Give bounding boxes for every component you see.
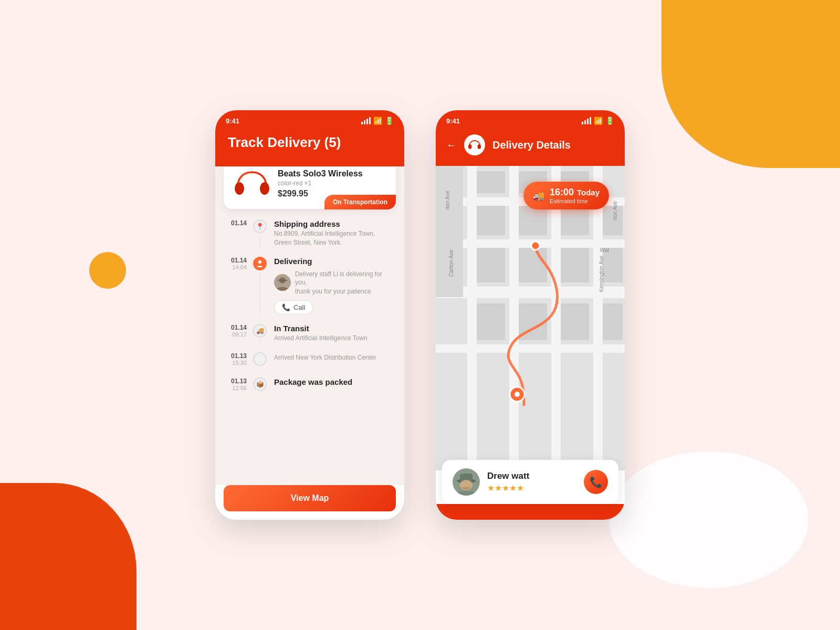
truck-dot-icon: 🚚 <box>253 324 267 338</box>
signal-icon-1 <box>361 117 371 124</box>
product-info: Beats Solo3 Wireless color-red ×1 $299.9… <box>271 169 387 198</box>
signal-icon-2 <box>582 117 591 124</box>
phones-container: 9:41 📶 🔋 Track Delivery (5) <box>215 110 625 520</box>
timeline-icon-col-3: 🚚 <box>252 324 268 343</box>
eta-time: 16:00 <box>550 187 574 198</box>
svg-point-2 <box>235 182 244 195</box>
eta-day: Today <box>577 188 600 197</box>
driver-avatar <box>453 468 480 496</box>
bg-blob-right <box>662 0 840 168</box>
on-transport-badge: On Transportation <box>324 195 396 209</box>
bg-blob-yellow-left <box>89 252 126 289</box>
phone2-title: Delivery Details <box>492 139 571 151</box>
timeline-date-5: 01.13 12:56 <box>226 377 252 391</box>
timeline-icon-col-4 <box>252 352 268 368</box>
status-icons-2: 📶 🔋 <box>582 117 614 125</box>
timeline-item-5: 01.13 12:56 📦 Package was packed <box>226 377 394 391</box>
call-button[interactable]: 📞 Call <box>274 300 313 314</box>
phone-circle-icon: 📞 <box>590 476 603 488</box>
product-variant: color-red ×1 <box>278 180 387 187</box>
eta-badge: 🚚 16:00 Today Estimated time <box>523 182 609 209</box>
timeline-item-3: 01.14 09:17 🚚 In Transit Arrived Artific… <box>226 324 394 343</box>
delivery-route <box>436 166 625 470</box>
timeline-icon-col-2 <box>252 257 268 314</box>
phone1-body: Beats Solo3 Wireless color-red ×1 $299.9… <box>215 166 404 485</box>
timeline-date-4: 01.13 15:30 <box>226 352 252 368</box>
box-dot-icon: 📦 <box>253 377 267 391</box>
back-button[interactable]: ← <box>446 139 457 151</box>
driver-name: Drew watt <box>487 471 576 481</box>
person-dot-icon <box>253 257 267 270</box>
product-card: Beats Solo3 Wireless color-red ×1 $299.9… <box>224 166 396 209</box>
svg-point-3 <box>260 182 269 195</box>
timeline-item-1: 01.14 📍 Shipping address No.8909, Artifi… <box>226 219 394 247</box>
timeline-date-3: 01.14 09:17 <box>226 324 252 343</box>
timeline-item-4: 01.13 15:30 Arrived New York Distributio… <box>226 352 394 368</box>
status-bar-1: 9:41 📶 🔋 <box>215 110 404 129</box>
svg-point-9 <box>478 144 481 149</box>
svg-point-12 <box>514 392 520 397</box>
timeline-date-1: 01.14 <box>226 219 252 247</box>
status-time-1: 9:41 <box>226 117 239 125</box>
timeline-content-5: Package was packed <box>268 377 394 391</box>
svg-point-8 <box>468 144 472 149</box>
driver-card: Drew watt ★★★★★ 📞 <box>442 460 618 504</box>
battery-icon-2: 🔋 <box>605 117 614 125</box>
timeline-icon-col-5: 📦 <box>252 377 268 391</box>
driver-info: Drew watt ★★★★★ <box>487 471 576 493</box>
truck-icon: 🚚 <box>533 190 544 202</box>
phone1: 9:41 📶 🔋 Track Delivery (5) <box>215 110 404 520</box>
timeline-icon-col-1: 📍 <box>252 219 268 247</box>
wifi-icon-1: 📶 <box>373 117 382 125</box>
product-image <box>232 166 271 201</box>
timeline: 01.14 📍 Shipping address No.8909, Artifi… <box>215 209 404 409</box>
headphones-icon <box>234 168 270 200</box>
timeline-content-4: Arrived New York Distribution Center <box>268 352 394 368</box>
svg-point-4 <box>258 260 261 264</box>
map-area: Carlton Ave rton Ave Kensington Ave Wat … <box>436 166 625 470</box>
timeline-content-1: Shipping address No.8909, Artificial Int… <box>268 219 394 247</box>
timeline-date-2: 01.14 14:04 <box>226 257 252 314</box>
status-time-2: 9:41 <box>446 117 460 125</box>
view-map-button[interactable]: View Map <box>224 485 396 511</box>
svg-point-10 <box>531 242 540 250</box>
phone2: 9:41 📶 🔋 ← <box>436 110 625 520</box>
product-name: Beats Solo3 Wireless <box>278 169 387 178</box>
timeline-content-3: In Transit Arrived Artificial Intelligen… <box>268 324 394 343</box>
svg-rect-7 <box>277 279 288 281</box>
call-driver-button[interactable]: 📞 <box>584 470 608 494</box>
status-icons-1: 📶 🔋 <box>361 117 394 125</box>
phone2-header: ← Delivery Details <box>436 129 625 166</box>
phone1-title: Track Delivery (5) <box>228 134 392 151</box>
phone1-header: Track Delivery (5) <box>215 129 404 166</box>
timeline-item-2: 01.14 14:04 Delivering <box>226 257 394 314</box>
bg-blob-left-bottom <box>0 483 136 630</box>
bg-blob-bottom-right <box>609 452 808 588</box>
eta-label: Estimated time <box>550 198 600 204</box>
staff-avatar <box>274 274 291 291</box>
phone-icon: 📞 <box>282 303 290 311</box>
header-product-icon <box>464 134 485 155</box>
location-dot-icon: 📍 <box>253 219 267 233</box>
timeline-content-2: Delivering Delivery staff Li is d <box>268 257 394 314</box>
wifi-icon-2: 📶 <box>594 117 603 125</box>
battery-icon-1: 🔋 <box>385 117 394 125</box>
driver-stars: ★★★★★ <box>487 483 576 493</box>
status-bar-2: 9:41 📶 🔋 <box>436 110 625 129</box>
plain-dot-icon <box>253 352 267 366</box>
phone2-bottom-bar <box>436 504 625 520</box>
